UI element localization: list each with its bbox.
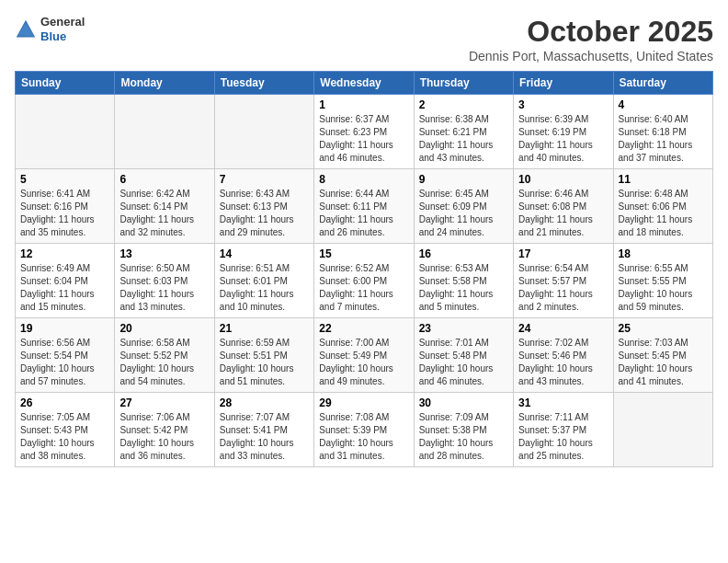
calendar-cell: 14Sunrise: 6:51 AMSunset: 6:01 PMDayligh… [214,244,313,318]
day-info: Sunrise: 7:01 AMSunset: 5:48 PMDaylight:… [419,337,508,388]
calendar-cell: 27Sunrise: 7:06 AMSunset: 5:42 PMDayligh… [115,393,214,467]
day-number: 27 [119,396,209,409]
day-info: Sunrise: 6:49 AMSunset: 6:04 PMDaylight:… [20,262,109,314]
day-number: 24 [518,322,608,335]
calendar-cell: 9Sunrise: 6:45 AMSunset: 6:09 PMDaylight… [414,169,513,244]
day-info: Sunrise: 6:41 AMSunset: 6:16 PMDaylight:… [20,188,109,239]
day-number: 28 [220,396,309,409]
calendar-cell: 3Sunrise: 6:39 AMSunset: 6:19 PMDaylight… [514,95,613,169]
calendar-cell: 12Sunrise: 6:49 AMSunset: 6:04 PMDayligh… [16,244,115,318]
day-info: Sunrise: 6:48 AMSunset: 6:06 PMDaylight:… [619,188,708,239]
day-number: 7 [220,173,309,186]
day-info: Sunrise: 6:40 AMSunset: 6:18 PMDaylight:… [619,113,708,165]
day-info: Sunrise: 7:09 AMSunset: 5:38 PMDaylight:… [419,411,508,463]
day-number: 13 [119,247,209,260]
day-number: 10 [518,173,608,186]
calendar-cell: 6Sunrise: 6:42 AMSunset: 6:14 PMDaylight… [115,169,214,244]
weekday-header-friday: Friday [514,72,613,95]
day-number: 16 [419,247,508,260]
calendar-cell: 18Sunrise: 6:55 AMSunset: 5:55 PMDayligh… [613,244,712,318]
weekday-header-tuesday: Tuesday [214,72,313,95]
svg-marker-1 [17,23,33,36]
day-number: 1 [319,98,408,111]
calendar-cell: 11Sunrise: 6:48 AMSunset: 6:06 PMDayligh… [613,169,712,244]
calendar-cell: 28Sunrise: 7:07 AMSunset: 5:41 PMDayligh… [214,393,313,467]
calendar-table: SundayMondayTuesdayWednesdayThursdayFrid… [15,71,713,467]
day-info: Sunrise: 6:46 AMSunset: 6:08 PMDaylight:… [518,188,608,239]
day-info: Sunrise: 7:00 AMSunset: 5:49 PMDaylight:… [319,337,408,388]
day-info: Sunrise: 6:45 AMSunset: 6:09 PMDaylight:… [419,188,508,239]
calendar-cell [214,95,313,169]
calendar-cell: 2Sunrise: 6:38 AMSunset: 6:21 PMDaylight… [414,95,513,169]
day-number: 30 [419,396,508,409]
day-info: Sunrise: 6:54 AMSunset: 5:57 PMDaylight:… [518,262,608,314]
weekday-header-wednesday: Wednesday [314,72,414,95]
day-info: Sunrise: 6:58 AMSunset: 5:52 PMDaylight:… [119,337,209,388]
calendar-cell [16,95,115,169]
calendar-cell: 5Sunrise: 6:41 AMSunset: 6:16 PMDaylight… [16,169,115,244]
day-info: Sunrise: 7:08 AMSunset: 5:39 PMDaylight:… [319,411,408,463]
calendar-cell: 7Sunrise: 6:43 AMSunset: 6:13 PMDaylight… [214,169,313,244]
day-number: 18 [619,247,708,260]
day-number: 12 [20,247,109,260]
calendar-cell: 16Sunrise: 6:53 AMSunset: 5:58 PMDayligh… [414,244,513,318]
day-number: 26 [20,396,109,409]
calendar-cell: 25Sunrise: 7:03 AMSunset: 5:45 PMDayligh… [613,318,712,393]
calendar-cell: 30Sunrise: 7:09 AMSunset: 5:38 PMDayligh… [414,393,513,467]
day-info: Sunrise: 7:03 AMSunset: 5:45 PMDaylight:… [619,337,708,388]
week-row-0: 1Sunrise: 6:37 AMSunset: 6:23 PMDaylight… [16,95,713,169]
week-row-1: 5Sunrise: 6:41 AMSunset: 6:16 PMDaylight… [16,169,713,244]
calendar-cell: 24Sunrise: 7:02 AMSunset: 5:46 PMDayligh… [514,318,613,393]
weekday-header-saturday: Saturday [613,72,712,95]
logo-icon [15,18,37,40]
calendar-cell: 22Sunrise: 7:00 AMSunset: 5:49 PMDayligh… [314,318,414,393]
day-number: 5 [20,173,109,186]
day-info: Sunrise: 7:06 AMSunset: 5:42 PMDaylight:… [119,411,209,463]
day-info: Sunrise: 6:56 AMSunset: 5:54 PMDaylight:… [20,337,109,388]
day-info: Sunrise: 6:37 AMSunset: 6:23 PMDaylight:… [319,113,408,165]
calendar-cell: 20Sunrise: 6:58 AMSunset: 5:52 PMDayligh… [115,318,214,393]
day-info: Sunrise: 6:53 AMSunset: 5:58 PMDaylight:… [419,262,508,314]
day-info: Sunrise: 6:59 AMSunset: 5:51 PMDaylight:… [220,337,309,388]
day-info: Sunrise: 6:39 AMSunset: 6:19 PMDaylight:… [518,113,608,165]
calendar-cell: 17Sunrise: 6:54 AMSunset: 5:57 PMDayligh… [514,244,613,318]
day-number: 11 [619,173,708,186]
day-info: Sunrise: 6:43 AMSunset: 6:13 PMDaylight:… [220,188,309,239]
page-header: General Blue October 2025 Dennis Port, M… [15,15,713,63]
day-number: 20 [119,322,209,335]
day-info: Sunrise: 7:11 AMSunset: 5:37 PMDaylight:… [518,411,608,463]
calendar-cell: 10Sunrise: 6:46 AMSunset: 6:08 PMDayligh… [514,169,613,244]
day-info: Sunrise: 6:50 AMSunset: 6:03 PMDaylight:… [119,262,209,314]
calendar-cell: 1Sunrise: 6:37 AMSunset: 6:23 PMDaylight… [314,95,414,169]
logo-text: General Blue [40,15,85,43]
day-number: 21 [220,322,309,335]
day-number: 9 [419,173,508,186]
week-row-2: 12Sunrise: 6:49 AMSunset: 6:04 PMDayligh… [16,244,713,318]
day-info: Sunrise: 6:55 AMSunset: 5:55 PMDaylight:… [619,262,708,314]
calendar-cell: 23Sunrise: 7:01 AMSunset: 5:48 PMDayligh… [414,318,513,393]
logo-general-text: General [40,15,85,29]
day-info: Sunrise: 6:52 AMSunset: 6:00 PMDaylight:… [319,262,408,314]
day-info: Sunrise: 7:07 AMSunset: 5:41 PMDaylight:… [220,411,309,463]
day-number: 15 [319,247,408,260]
day-info: Sunrise: 7:05 AMSunset: 5:43 PMDaylight:… [20,411,109,463]
day-number: 3 [518,98,608,111]
calendar-subtitle: Dennis Port, Massachusetts, United State… [469,49,713,63]
calendar-cell: 29Sunrise: 7:08 AMSunset: 5:39 PMDayligh… [314,393,414,467]
day-number: 14 [220,247,309,260]
weekday-header-thursday: Thursday [414,72,513,95]
week-row-3: 19Sunrise: 6:56 AMSunset: 5:54 PMDayligh… [16,318,713,393]
day-info: Sunrise: 6:51 AMSunset: 6:01 PMDaylight:… [220,262,309,314]
calendar-cell [115,95,214,169]
week-row-4: 26Sunrise: 7:05 AMSunset: 5:43 PMDayligh… [16,393,713,467]
calendar-cell: 4Sunrise: 6:40 AMSunset: 6:18 PMDaylight… [613,95,712,169]
calendar-cell [613,393,712,467]
day-info: Sunrise: 6:38 AMSunset: 6:21 PMDaylight:… [419,113,508,165]
day-number: 29 [319,396,408,409]
calendar-cell: 13Sunrise: 6:50 AMSunset: 6:03 PMDayligh… [115,244,214,318]
day-info: Sunrise: 6:42 AMSunset: 6:14 PMDaylight:… [119,188,209,239]
day-number: 19 [20,322,109,335]
calendar-cell: 19Sunrise: 6:56 AMSunset: 5:54 PMDayligh… [16,318,115,393]
weekday-header-monday: Monday [115,72,214,95]
weekday-header-sunday: Sunday [16,72,115,95]
